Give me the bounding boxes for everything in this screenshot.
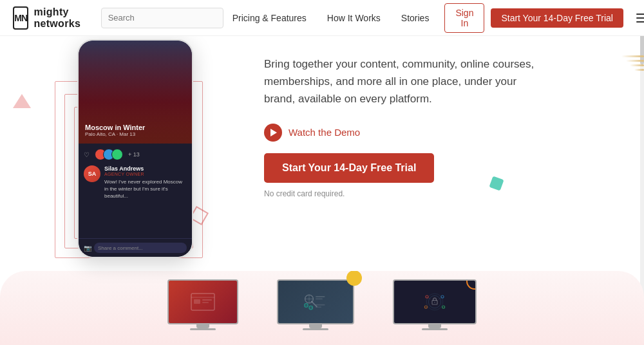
device-screen-inner-2: [278, 281, 353, 323]
trial-main-button[interactable]: Start Your 14-Day Free Trial: [264, 153, 434, 183]
heart-icon: ♡: [84, 151, 90, 158]
screen-graphic-3: [422, 289, 448, 315]
camera-icon: 📷: [84, 245, 91, 252]
svg-point-15: [434, 302, 435, 303]
svg-point-21: [442, 306, 445, 308]
signin-button[interactable]: Sign In: [444, 3, 484, 33]
svg-point-20: [424, 306, 427, 308]
hamburger-line-3: [636, 21, 644, 23]
phone-location: Moscow in Winter Palo Alto, CA · Mar 13: [85, 124, 145, 137]
device-screen-inner-1: [169, 281, 237, 323]
nav-link-how-it-works[interactable]: How It Works: [318, 8, 390, 28]
phone-footer: 📷 Share a comment...: [79, 238, 192, 257]
device-base-2: [303, 328, 328, 330]
svg-rect-9: [316, 298, 323, 299]
phone-address: Palo Alto, CA · Mar 13: [85, 131, 145, 137]
hero-subtitle: Bring together your content, community, …: [264, 55, 547, 108]
svg-rect-3: [202, 299, 212, 301]
avatar-group: [95, 149, 123, 160]
device-stand-2: [309, 324, 322, 328]
search-input[interactable]: [101, 8, 223, 28]
svg-rect-8: [316, 295, 325, 297]
svg-rect-10: [316, 304, 325, 305]
yellow-blob: [346, 271, 362, 286]
trial-nav-button[interactable]: Start Your 14-Day Free Trial: [491, 8, 623, 28]
phone-mockup: Moscow in Winter Palo Alto, CA · Mar 13 …: [77, 39, 193, 258]
logo-area: MN mighty networks: [13, 6, 88, 30]
logo-icon: MN: [13, 6, 28, 30]
hamburger-line-2: [636, 17, 644, 19]
device-base-3: [422, 328, 448, 330]
post-body: Silas Andrews AGENCY OWNER Wow! I've nev…: [104, 165, 187, 200]
device-screen-1: [167, 279, 238, 324]
svg-rect-2: [194, 299, 200, 304]
navbar: MN mighty networks Pricing & Features Ho…: [0, 0, 644, 36]
device-stand-1: [196, 324, 209, 328]
bottom-section: [0, 271, 644, 345]
nav-link-stories[interactable]: Stories: [392, 8, 439, 28]
phone-post: SA Silas Andrews AGENCY OWNER Wow! I've …: [84, 165, 187, 200]
device-screen-inner-3: [394, 281, 475, 323]
watch-demo-button[interactable]: Watch the Demo: [264, 124, 605, 142]
logo-text: mighty networks: [33, 6, 88, 30]
deco-stripe-3: [630, 64, 644, 66]
bottom-device-3: [393, 279, 477, 337]
deco-top-right: [618, 55, 644, 133]
post-text: Wow! I've never explored Moscow in the w…: [104, 178, 187, 200]
phone-city: Moscow in Winter: [85, 124, 145, 131]
device-screen-3: [393, 279, 477, 324]
phone-comment-input[interactable]: Share a comment...: [94, 243, 187, 253]
deco-stripe-1: [621, 55, 644, 57]
svg-point-18: [426, 295, 428, 298]
device-stand-3: [428, 324, 441, 328]
svg-rect-4: [202, 302, 209, 303]
phone-image-area: Moscow in Winter Palo Alto, CA · Mar 13: [79, 41, 192, 144]
post-user-role: AGENCY OWNER: [104, 172, 187, 176]
phone-screen: Moscow in Winter Palo Alto, CA · Mar 13 …: [79, 41, 192, 257]
nav-links: Pricing & Features How It Works Stories …: [223, 3, 644, 33]
deco-stripe-4: [634, 69, 644, 71]
screen-graphic-2: [303, 289, 328, 315]
deco-stripe-2: [626, 60, 644, 62]
post-avatar: SA: [84, 165, 100, 182]
svg-rect-11: [316, 306, 321, 308]
svg-line-22: [428, 297, 431, 299]
deco-triangle-topleft: [13, 94, 31, 108]
device-screen-2: [277, 279, 354, 324]
mini-avatar-3: [111, 149, 123, 160]
phone-content-area: ♡ + 13 SA Silas Andrews AGENCY OWNER: [79, 144, 192, 238]
post-username: Silas Andrews: [104, 165, 187, 172]
avatar-plus-count: + 13: [128, 151, 140, 158]
nav-link-pricing[interactable]: Pricing & Features: [223, 8, 316, 28]
svg-line-23: [439, 297, 442, 299]
hamburger-line-1: [636, 14, 644, 15]
watch-demo-label: Watch the Demo: [289, 127, 360, 138]
bottom-device-2: [277, 279, 354, 337]
play-button-icon: [264, 124, 282, 142]
svg-point-19: [441, 295, 444, 298]
bottom-device-1: [167, 279, 238, 337]
phone-reactions: ♡ + 13: [84, 149, 187, 160]
svg-point-12: [305, 303, 308, 306]
device-base-1: [190, 328, 216, 330]
hamburger-menu[interactable]: [634, 11, 644, 25]
comment-placeholder: Share a comment...: [98, 245, 143, 251]
screen-graphic-1: [190, 289, 216, 315]
svg-point-13: [309, 306, 312, 309]
no-credit-card-label: No credit card required.: [264, 189, 605, 198]
play-triangle: [270, 129, 277, 136]
